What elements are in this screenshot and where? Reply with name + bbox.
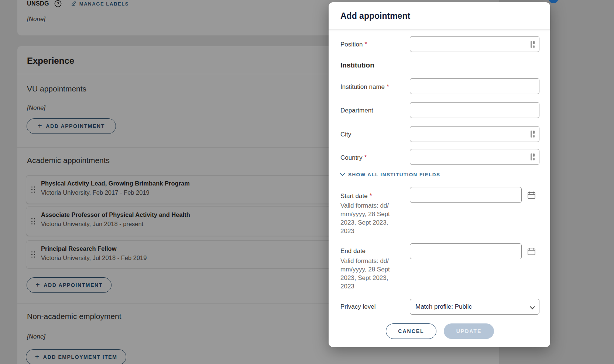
department-input[interactable]	[410, 102, 539, 118]
country-label: Country*	[340, 154, 367, 162]
cancel-button[interactable]: CANCEL	[386, 323, 436, 339]
city-label: City	[340, 131, 351, 138]
privacy-level-label: Privacy level	[340, 303, 375, 311]
show-all-institution-fields-link[interactable]: SHOW ALL INSTITUTION FIELDS	[340, 172, 440, 177]
privacy-level-value: Match profile: Public	[415, 303, 472, 311]
required-asterisk: *	[364, 154, 367, 161]
privacy-level-select[interactable]: Match profile: Public	[410, 299, 539, 315]
institution-name-input[interactable]	[410, 78, 539, 94]
modal-header: Add appointment	[329, 2, 550, 30]
chevron-down-icon	[340, 172, 345, 177]
calendar-icon[interactable]	[527, 247, 536, 256]
end-date-input[interactable]	[410, 243, 522, 259]
position-label: Position*	[340, 41, 367, 48]
start-date-label: Start date*	[340, 192, 372, 200]
position-input[interactable]	[410, 36, 539, 52]
calendar-icon[interactable]	[527, 191, 536, 200]
institution-section-heading: Institution	[340, 61, 374, 69]
country-input[interactable]	[410, 149, 539, 165]
required-asterisk: *	[370, 192, 372, 200]
city-input[interactable]	[410, 126, 539, 142]
add-appointment-modal: Add appointment Position* Institution In…	[329, 2, 550, 347]
required-asterisk: *	[387, 83, 389, 90]
required-asterisk: *	[364, 41, 367, 48]
modal-title: Add appointment	[340, 11, 410, 21]
start-date-input[interactable]	[410, 187, 522, 203]
start-date-format-hint: Valid formats: dd/ mm/yyyy, 28 Sept 2023…	[340, 201, 401, 235]
update-button[interactable]: UPDATE	[444, 323, 494, 339]
end-date-format-hint: Valid formats: dd/ mm/yyyy, 28 Sept 2023…	[340, 257, 401, 291]
select-chevron-down-icon	[529, 304, 535, 312]
institution-name-label: Institution name*	[340, 83, 389, 91]
department-label: Department	[340, 107, 373, 114]
end-date-label: End date	[340, 247, 366, 255]
